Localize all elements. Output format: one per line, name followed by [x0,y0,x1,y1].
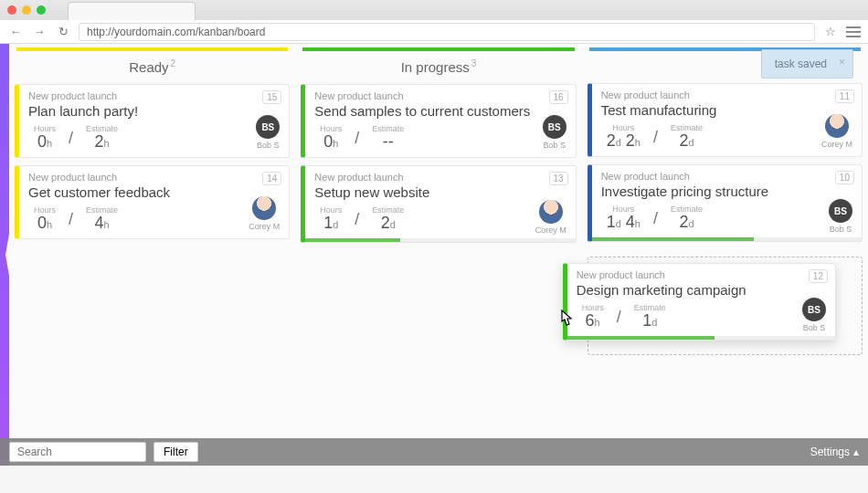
column-title: Ready2 [15,51,290,84]
nav-forward-icon[interactable]: → [31,25,48,38]
settings-button[interactable]: Settings ▴ [810,446,859,458]
card-number: 13 [549,172,568,185]
browser-navbar: ← → ↻ http://yourdomain.com/kanban/board… [0,20,868,43]
card-title: Investigate pricing structure [601,184,852,199]
window-maximize-icon[interactable] [37,5,46,15]
card-estimate: 2d [671,214,703,230]
card-number: 16 [549,90,568,104]
column-title: In progress3 [301,51,576,84]
card-title: Plan launch party! [28,103,280,119]
card-hours: 0h [34,215,56,231]
card-project: New product launch [314,90,566,101]
card-project: New product launch [601,89,852,100]
kanban-card[interactable]: New product launch Test manufacturing 11… [587,83,863,157]
nav-back-icon[interactable]: ← [7,25,24,38]
card-progress [592,237,862,241]
browser-tab[interactable] [68,2,196,20]
board-left-collapse[interactable] [0,44,9,466]
column-in-progress: In progress3 New product launch Send sam… [295,44,581,466]
card-metrics: Hours0h / Estimate-- [314,124,566,150]
card-metrics: Hours6h / Estimate1d [577,303,826,329]
card-progress [305,238,575,242]
avatar: BS [802,298,826,321]
avatar: BS [829,199,852,223]
close-icon[interactable]: × [839,56,845,68]
card-assignee: Corey M [821,114,852,149]
card-number: 14 [262,172,281,185]
card-hours: 1d [320,215,342,231]
avatar [252,196,276,220]
card-metrics: Hours0h / Estimate2h [28,124,280,150]
card-assignee: BS Bob S [829,199,852,234]
card-hours: 2d 2h [607,132,640,149]
card-hours: 6h [582,312,604,329]
card-project: New product launch [601,171,852,182]
card-estimate: 1d [634,312,666,329]
avatar [539,200,563,224]
kanban-card[interactable]: New product launch Send samples to curre… [301,84,576,158]
nav-reload-icon[interactable]: ↻ [55,25,71,38]
browser-tabbar [0,0,868,20]
avatar [825,114,849,138]
card-number: 10 [835,171,854,184]
url-text: http://yourdomain.com/kanban/board [87,26,265,38]
search-input[interactable] [9,442,146,462]
card-number: 15 [262,90,281,104]
toast-text: task saved [775,58,827,70]
browser-chrome: ← → ↻ http://yourdomain.com/kanban/board… [0,0,868,44]
card-title: Design marketing campaign [577,282,826,298]
kanban-card[interactable]: New product launch Setup new website 13 … [301,165,576,243]
dropzone[interactable]: New product launch Design marketing camp… [587,257,863,355]
window-minimize-icon[interactable] [22,5,31,15]
kanban-board: Ready2 New product launch Plan launch pa… [0,44,868,466]
card-metrics: Hours0h / Estimate4h [28,205,280,231]
card-assignee: BS Bob S [802,298,826,332]
toast-notification: task saved × [761,49,853,79]
avatar: BS [543,115,566,139]
card-title: Get customer feedback [28,184,280,200]
card-assignee: Corey M [249,196,280,231]
card-estimate: 2d [372,215,404,231]
chevron-up-icon: ▴ [853,446,859,458]
hamburger-icon[interactable] [846,26,861,37]
card-metrics: Hours1d / Estimate2d [314,205,566,231]
card-assignee: Corey M [535,200,566,235]
card-estimate: -- [372,133,404,150]
card-project: New product launch [577,269,826,280]
filter-button[interactable]: Filter [153,442,198,462]
card-hours: 0h [320,133,342,150]
kanban-card-dragging[interactable]: New product launch Design marketing camp… [563,263,836,341]
card-project: New product launch [28,90,280,101]
card-assignee: BS Bob S [256,115,280,150]
card-estimate: 2d [671,132,703,149]
card-estimate: 4h [86,215,118,231]
card-project: New product launch [314,172,566,183]
kanban-card[interactable]: New product launch Get customer feedback… [15,165,290,239]
card-metrics: Hours2d 2h / Estimate2d [601,123,852,149]
kanban-card[interactable]: New product launch Investigate pricing s… [587,164,863,242]
card-assignee: BS Bob S [543,115,566,150]
card-hours: 0h [34,133,56,150]
card-hours: 1d 4h [607,214,640,230]
card-estimate: 2h [86,133,118,150]
card-metrics: Hours1d 4h / Estimate2d [601,205,852,230]
footer-bar: Filter Settings ▴ [0,438,868,466]
card-number: 11 [835,89,854,103]
card-title: Setup new website [314,184,566,200]
kanban-card[interactable]: New product launch Plan launch party! 15… [15,84,290,158]
card-title: Send samples to current customers [314,103,566,119]
card-progress [567,336,835,340]
bookmark-icon[interactable]: ☆ [822,25,839,38]
avatar: BS [256,115,280,139]
card-project: New product launch [28,172,280,183]
card-number: 12 [809,269,828,283]
column-ready: Ready2 New product launch Plan launch pa… [9,44,295,466]
window-close-icon[interactable] [7,5,16,15]
column-third: New product launch Test manufacturing 11… [582,44,868,466]
board-columns: Ready2 New product launch Plan launch pa… [9,44,868,466]
card-title: Test manufacturing [601,102,852,118]
url-bar[interactable]: http://yourdomain.com/kanban/board [79,23,815,41]
